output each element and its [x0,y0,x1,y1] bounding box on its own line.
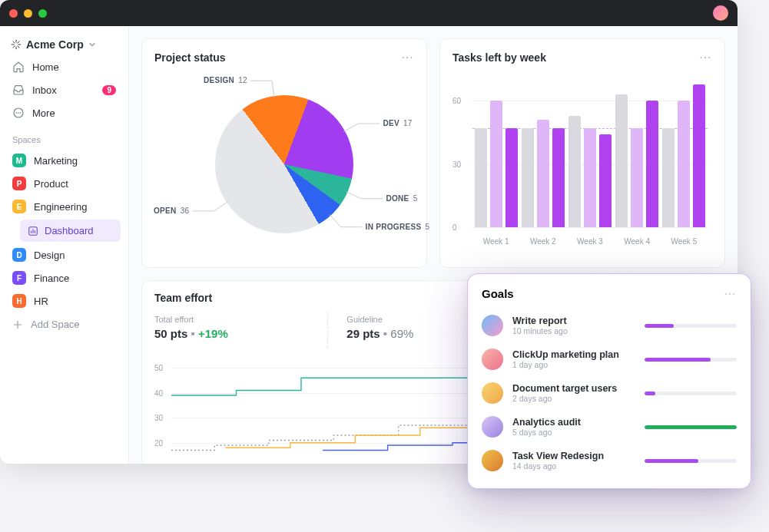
dashboard-label: Dashboard [45,225,94,236]
card-menu-button[interactable]: ⋯ [401,50,414,64]
goal-time: 14 days ago [512,461,635,471]
svg-point-10 [18,112,19,114]
goal-time: 10 minutes ago [512,326,635,335]
titlebar [0,0,738,26]
bar [646,101,658,227]
line-ytick: 50 [154,364,163,372]
space-item[interactable]: PProduct [5,172,124,195]
nav-inbox[interactable]: Inbox 9 [5,78,124,101]
goal-title: Analytics audit [512,417,635,428]
goal-item[interactable]: Write report10 minutes ago [482,309,737,342]
goals-menu-button[interactable]: ⋯ [724,286,737,301]
bar-chart: Week 1Week 2Week 3Week 4Week 5 03060 [452,72,712,249]
bar [662,128,675,227]
svg-line-6 [18,41,19,43]
bar-ytick: 0 [452,223,457,232]
svg-point-9 [15,112,17,114]
card-menu-button[interactable]: ⋯ [699,50,712,64]
space-label: HR [34,296,48,307]
goal-avatar [482,382,503,404]
nav-label: Home [32,61,59,73]
space-label: Finance [34,273,69,284]
bar [552,128,565,227]
bar-ytick: 30 [452,160,461,168]
window-controls [9,9,47,18]
inbox-badge: 9 [102,85,116,95]
close-window-icon[interactable] [9,9,18,18]
bar [615,94,628,227]
goal-time: 5 days ago [512,428,635,437]
maximize-window-icon[interactable] [38,9,47,18]
spaces-section-label: Spaces [5,124,124,149]
user-avatar[interactable] [713,5,728,21]
pie-slice-label: OPEN 36 [154,207,189,215]
space-item[interactable]: HHR [5,289,124,312]
goal-avatar [482,349,503,370]
bar [678,101,690,227]
bar [568,116,581,227]
goal-item[interactable]: Task View Redesign14 days ago [482,444,737,477]
chart-icon [28,226,38,236]
goal-time: 2 days ago [512,394,635,403]
space-item[interactable]: DDesign [5,243,124,266]
goal-time: 1 day ago [512,360,635,369]
nav-more[interactable]: More [5,101,124,124]
svg-line-5 [18,46,19,48]
bar [522,128,534,227]
pie-slice-label: DONE 5 [386,194,417,203]
line-ytick: 30 [154,414,163,422]
card-title: Project status [154,51,226,64]
card-title: Tasks left by week [452,51,546,64]
space-item[interactable]: MMarketing [5,149,124,172]
goal-title: Write report [512,316,635,326]
chevron-down-icon [88,41,96,48]
stat-block: Total effort50 pts • +19% [154,312,328,348]
svg-line-4 [13,41,15,43]
nav-home[interactable]: Home [5,55,124,78]
bar-xlabel: Week 1 [483,237,509,246]
bar-group [522,80,565,227]
goal-avatar [482,315,503,336]
add-space-button[interactable]: Add Space [5,312,124,336]
bar [475,128,487,227]
bar [631,128,643,227]
bar-group [475,80,518,227]
workspace-icon [11,39,22,50]
space-icon: E [12,200,26,213]
space-item[interactable]: EEngineering [5,195,124,218]
bar-xlabel: Week 3 [577,237,603,246]
workspace-switcher[interactable]: Acme Corp [5,34,124,55]
bar-ytick: 60 [452,97,461,105]
line-ytick: 40 [154,388,163,397]
card-title: Team effort [154,292,212,304]
sidebar: Acme Corp Home Inbox 9 More Spaces MMark… [0,26,129,464]
nav-label: More [32,107,55,119]
plus-icon [12,319,23,330]
goals-panel: Goals ⋯ Write report10 minutes ago Click… [467,273,751,489]
space-item[interactable]: FFinance [5,266,124,289]
dashboard-subitem[interactable]: Dashboard [20,220,121,242]
goal-item[interactable]: ClickUp marketing plan1 day ago [482,342,737,376]
minimize-window-icon[interactable] [24,9,32,18]
bar [537,120,549,227]
space-icon: F [12,271,26,285]
bar-group [568,80,612,227]
bar-xlabel: Week 2 [530,237,556,246]
goal-avatar [482,416,503,438]
bar-xlabel: Week 4 [624,237,650,246]
goal-item[interactable]: Analytics audit5 days ago [482,410,737,444]
space-icon: H [12,294,26,308]
more-icon [12,107,25,119]
goal-progress [645,358,737,362]
bar [584,128,596,227]
space-label: Marketing [34,155,78,167]
line-ytick: 20 [154,438,163,447]
goal-item[interactable]: Document target users2 days ago [482,376,737,410]
space-icon: D [12,248,26,262]
goal-title: Task View Redesign [512,451,635,461]
goal-progress [645,392,737,395]
bar-xlabel: Week 5 [671,237,697,246]
svg-point-11 [20,112,22,114]
goal-title: ClickUp marketing plan [512,349,635,360]
pie-slice-label: DESIGN 12 [204,76,247,84]
